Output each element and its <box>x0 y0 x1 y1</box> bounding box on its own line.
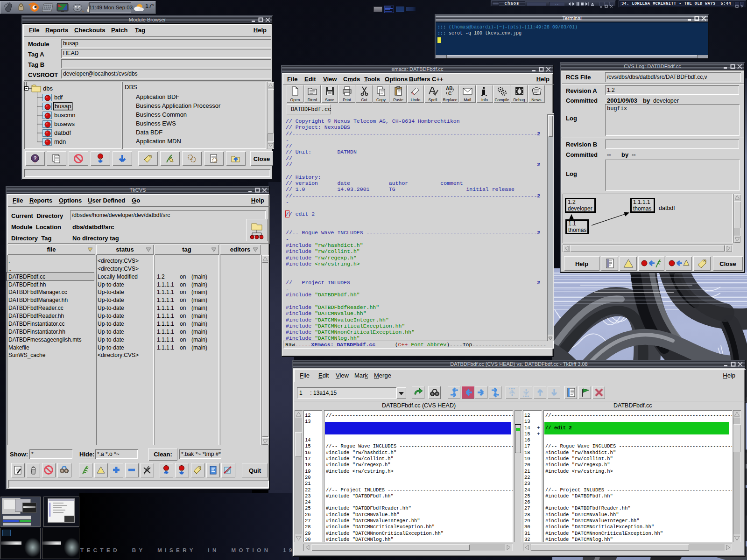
svg-text:AB: AB <box>446 86 452 91</box>
svg-text:C: C <box>448 91 451 96</box>
svg-text:?: ? <box>34 155 37 161</box>
